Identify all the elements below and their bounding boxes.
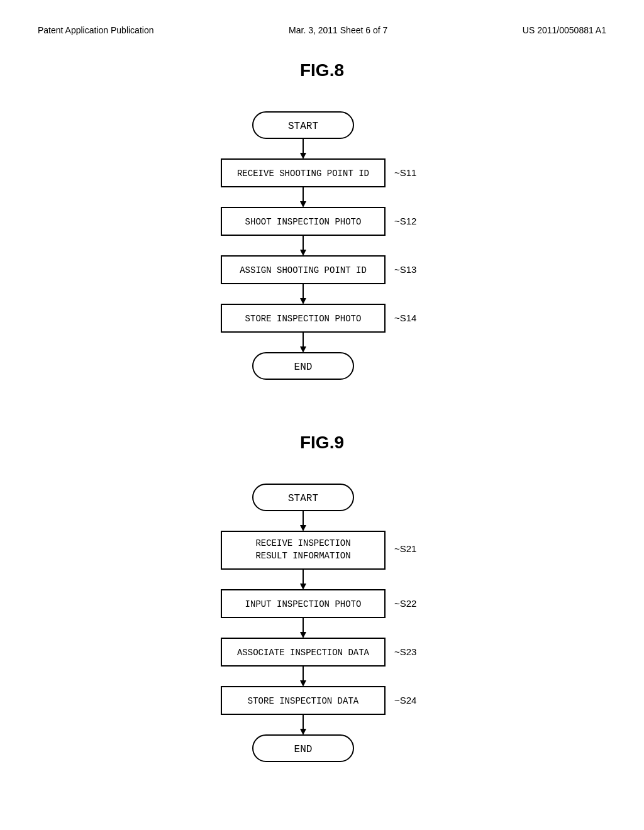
header-center: Mar. 3, 2011 Sheet 6 of 7	[289, 25, 387, 35]
svg-rect-19	[221, 531, 385, 569]
fig9-s21-ref: ~S21	[394, 543, 416, 554]
header-left: Patent Application Publication	[38, 25, 153, 35]
svg-marker-2	[300, 153, 306, 159]
svg-marker-14	[300, 346, 306, 353]
figure-8-section: FIG.8 START RECEIVE SHOOTING POINT ID ~S…	[38, 60, 606, 401]
figure-8-flowchart: START RECEIVE SHOOTING POINT ID ~S11 SHO…	[38, 99, 606, 401]
fig9-s21-label-line1: RECEIVE INSPECTION	[255, 538, 350, 548]
fig9-s24-label: STORE INSPECTION DATA	[248, 696, 359, 706]
fig8-s13-ref: ~S13	[394, 264, 416, 275]
fig8-start-label: START	[288, 121, 318, 132]
svg-marker-5	[300, 201, 306, 208]
fig8-s14-ref: ~S14	[394, 313, 416, 323]
svg-marker-11	[300, 298, 306, 304]
fig8-svg: START RECEIVE SHOOTING POINT ID ~S11 SHO…	[171, 99, 473, 401]
svg-marker-30	[300, 729, 306, 735]
page: Patent Application Publication Mar. 3, 2…	[0, 0, 644, 830]
fig9-s21-label-line2: RESULT INFORMATION	[255, 551, 350, 561]
fig9-s22-label: INPUT INSPECTION PHOTO	[245, 599, 362, 609]
fig9-end-label: END	[294, 744, 313, 755]
fig8-s13-label: ASSIGN SHOOTING POINT ID	[240, 265, 367, 275]
svg-marker-21	[300, 584, 306, 590]
figure-9-section: FIG.9 START RECEIVE INSPECTION RESULT IN…	[38, 433, 606, 811]
fig8-s12-label: SHOOT INSPECTION PHOTO	[245, 217, 362, 227]
fig8-s12-ref: ~S12	[394, 216, 416, 226]
svg-marker-8	[300, 250, 306, 256]
figure-9-title: FIG.9	[38, 433, 606, 453]
fig8-s11-ref: ~S11	[394, 167, 416, 178]
page-header: Patent Application Publication Mar. 3, 2…	[38, 25, 606, 35]
fig9-s24-ref: ~S24	[394, 695, 416, 706]
figure-9-flowchart: START RECEIVE INSPECTION RESULT INFORMAT…	[38, 472, 606, 811]
header-right: US 2011/0050881 A1	[523, 25, 606, 35]
fig9-s23-ref: ~S23	[394, 646, 416, 657]
svg-marker-27	[300, 680, 306, 687]
fig8-s11-label: RECEIVE SHOOTING POINT ID	[237, 169, 369, 179]
svg-marker-18	[300, 525, 306, 531]
svg-marker-24	[300, 632, 306, 638]
fig8-end-label: END	[294, 362, 313, 373]
fig9-svg: START RECEIVE INSPECTION RESULT INFORMAT…	[171, 472, 473, 811]
figure-8-title: FIG.8	[38, 60, 606, 80]
fig8-s14-label: STORE INSPECTION PHOTO	[245, 314, 362, 324]
fig9-s23-label: ASSOCIATE INSPECTION DATA	[237, 648, 370, 658]
fig9-s22-ref: ~S22	[394, 598, 416, 609]
fig9-start-label: START	[288, 493, 318, 504]
